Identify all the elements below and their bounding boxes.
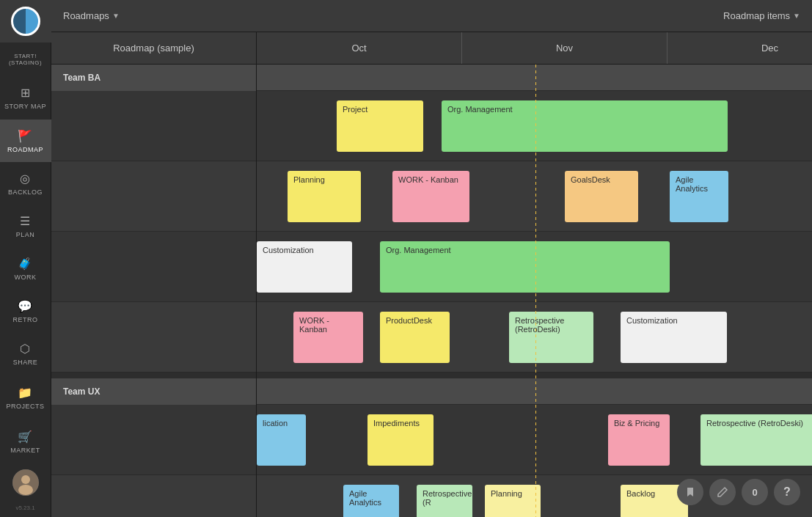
- card-retrospective-1[interactable]: Retrospective (RetroDeski): [509, 312, 593, 363]
- team-ba-label: Team BA: [63, 73, 100, 83]
- card-org-management-2[interactable]: Org. Management: [380, 241, 670, 293]
- sidebar-item-story-map[interactable]: ⊞ STORY MAP: [0, 77, 51, 120]
- team-ba-lane-3-left: [51, 232, 256, 302]
- sidebar-item-market[interactable]: 🛒 MARKET: [0, 419, 51, 463]
- timeline-header: Oct Nov Dec: [257, 32, 812, 65]
- sidebar-item-backlog[interactable]: ◎ BACKLOG: [0, 162, 51, 205]
- plan-icon: ☰: [20, 214, 31, 228]
- team-ux-grid-header: [257, 378, 812, 405]
- month-oct: Oct: [257, 32, 462, 64]
- card-work-kanban-2[interactable]: WORK - Kanban: [293, 312, 363, 363]
- card-project[interactable]: Project: [337, 100, 423, 152]
- work-icon: 🧳: [18, 257, 33, 271]
- left-panel-header: Roadmap (sample): [51, 32, 256, 65]
- left-panel: Roadmap (sample) Team BA Team UX: [51, 32, 257, 517]
- svg-point-1: [21, 475, 30, 484]
- card-biz-pricing[interactable]: Biz & Pricing: [608, 414, 670, 466]
- top-bar-left: Roadmaps ▼: [63, 10, 120, 21]
- backlog-icon: ◎: [20, 172, 31, 186]
- sidebar-app-name: START! (STAGING): [0, 43, 51, 77]
- svg-point-2: [18, 485, 33, 495]
- team-ba-lane-4-grid: WORK - Kanban ProductDesk Retrospective …: [257, 302, 812, 373]
- app-container: START! (STAGING) ⊞ STORY MAP 🚩 ROADMAP ◎…: [0, 0, 812, 517]
- badge-button[interactable]: 0: [742, 479, 768, 505]
- roadmaps-dropdown-arrow: ▼: [112, 12, 120, 20]
- top-bar-right: Roadmap items ▼: [723, 10, 800, 21]
- sidebar-item-work[interactable]: 🧳 WORK: [0, 247, 51, 290]
- roadmap-area: Roadmap (sample) Team BA Team UX: [51, 32, 812, 517]
- team-ba-grid-header: [257, 65, 812, 91]
- team-ba-lane-1-left: [51, 91, 256, 161]
- retro-icon: 💬: [18, 299, 33, 313]
- main-content: Roadmaps ▼ Roadmap items ▼ Roadmap (samp…: [51, 0, 812, 517]
- top-bar: Roadmaps ▼ Roadmap items ▼: [51, 0, 812, 32]
- card-agile-analytics-1[interactable]: Agile Analytics: [670, 171, 728, 222]
- card-retrospective-2[interactable]: Retrospective (RetroDeski): [701, 414, 812, 466]
- team-ba-lane-3-grid: Customization Org. Management: [257, 232, 812, 302]
- roadmap-icon: 🚩: [18, 129, 33, 143]
- story-map-icon: ⊞: [21, 86, 31, 100]
- card-retrospective-3[interactable]: Retrospective (R: [417, 485, 472, 517]
- sidebar-item-retro[interactable]: 💬 RETRO: [0, 290, 51, 333]
- user-avatar: [12, 469, 39, 496]
- card-goalsdesk[interactable]: GoalsDesk: [565, 171, 638, 222]
- sidebar-logo: [0, 0, 51, 43]
- card-application[interactable]: lication: [257, 414, 306, 466]
- team-ux-lane-1-grid: lication Impediments Biz & Pricing Retro…: [257, 405, 812, 475]
- roadmaps-dropdown-label[interactable]: Roadmaps: [63, 10, 109, 21]
- month-nov: Nov: [462, 32, 667, 64]
- sidebar: START! (STAGING) ⊞ STORY MAP 🚩 ROADMAP ◎…: [0, 0, 51, 517]
- team-ux-header-left: Team UX: [51, 378, 256, 405]
- team-ux-lane-2-left: [51, 475, 256, 517]
- team-ux-label: Team UX: [63, 386, 100, 397]
- card-planning-1[interactable]: Planning: [288, 171, 361, 222]
- card-work-kanban-1[interactable]: WORK - Kanban: [392, 171, 469, 222]
- card-customization-2[interactable]: Customization: [621, 312, 727, 363]
- card-agile-analytics-2[interactable]: Agile Analytics: [343, 485, 399, 517]
- share-icon: ⬡: [20, 342, 31, 356]
- card-productdesk[interactable]: ProductDesk: [380, 312, 450, 363]
- card-customization-1[interactable]: Customization: [257, 241, 352, 293]
- version-label: v5.23.1: [15, 502, 34, 517]
- sidebar-item-share[interactable]: ⬡ SHARE: [0, 333, 51, 375]
- roadmap-items-dropdown-label[interactable]: Roadmap items: [723, 10, 790, 21]
- team-ba-lane-4-left: [51, 302, 256, 373]
- roadmap-title: Roadmap (sample): [113, 43, 194, 54]
- roadmap-items-dropdown-arrow: ▼: [793, 12, 800, 20]
- bottom-toolbar: 0 ?: [677, 479, 800, 505]
- team-spacer: [51, 373, 256, 378]
- team-ux-lane-1-left: [51, 405, 256, 475]
- sidebar-avatar-section[interactable]: [0, 463, 51, 502]
- card-org-management-1[interactable]: Org. Management: [442, 100, 728, 152]
- team-grid-spacer: [257, 373, 812, 378]
- projects-icon: 📁: [18, 386, 33, 400]
- market-icon: 🛒: [18, 430, 33, 444]
- edit-button[interactable]: [709, 479, 736, 505]
- grid-area[interactable]: Oct Nov Dec: [257, 32, 812, 517]
- month-dec: Dec: [667, 32, 812, 64]
- sidebar-item-plan[interactable]: ☰ PLAN: [0, 205, 51, 247]
- sidebar-bottom: 📁 PROJECTS 🛒 MARKET v5.23.1: [0, 375, 51, 517]
- team-ba-header-left: Team BA: [51, 65, 256, 91]
- bookmark-button[interactable]: [677, 479, 703, 505]
- card-impediments[interactable]: Impediments: [367, 414, 434, 466]
- sidebar-item-projects[interactable]: 📁 PROJECTS: [0, 375, 51, 419]
- team-ba-lane-2-left: [51, 161, 256, 232]
- card-planning-2[interactable]: Planning: [485, 485, 541, 517]
- team-ba-lane-1-grid: Project Org. Management: [257, 91, 812, 161]
- logo-icon: [11, 7, 40, 36]
- team-ba-lane-2-grid: Planning WORK - Kanban GoalsDesk Agile A…: [257, 161, 812, 232]
- sidebar-item-roadmap[interactable]: 🚩 ROADMAP: [0, 120, 51, 162]
- team-ba-grid-section: Project Org. Management Planning: [257, 65, 812, 373]
- help-button[interactable]: ?: [774, 479, 800, 505]
